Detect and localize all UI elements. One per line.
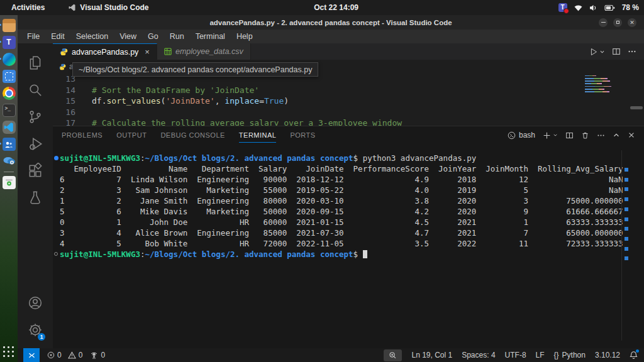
notifications-bell[interactable]: [630, 351, 638, 359]
panel-tab-output[interactable]: OUTPUT: [116, 128, 147, 143]
menu-edit[interactable]: Edit: [45, 32, 70, 41]
code-token: ,: [215, 96, 225, 106]
volume-icon[interactable]: [589, 4, 597, 11]
explorer-icon[interactable]: [21, 49, 49, 76]
testing-icon[interactable]: [21, 184, 49, 211]
vscode-dock-icon[interactable]: [3, 121, 16, 134]
panel-tab-problems[interactable]: PROBLEMS: [62, 128, 103, 143]
menu-file[interactable]: File: [21, 32, 45, 41]
new-terminal-button[interactable]: [543, 131, 558, 140]
people-dock-icon[interactable]: [3, 138, 16, 151]
minimap[interactable]: [585, 74, 623, 97]
terminal-dock-icon[interactable]: >_: [3, 104, 16, 117]
problems-indicator[interactable]: 0 0: [47, 351, 82, 359]
extensions-icon[interactable]: [21, 157, 49, 184]
language-name: Python: [562, 351, 586, 359]
more-actions-icon[interactable]: [597, 131, 605, 140]
chevron-down-icon[interactable]: [553, 133, 558, 138]
close-tab-icon[interactable]: ×: [145, 47, 150, 57]
warnings-count: 0: [79, 351, 83, 359]
terminal-content[interactable]: sujit@INL-5MLKWG3:~/Blogs/Oct blogs/2. a…: [60, 153, 619, 260]
interpreter-indicator[interactable]: 3.10.12: [595, 351, 620, 359]
terminal-scrollbar[interactable]: [621, 150, 622, 341]
split-editor-icon[interactable]: [612, 47, 621, 56]
screenshot-dock-icon[interactable]: [3, 70, 16, 83]
tab-employee-data-csv[interactable]: employee_data.csv: [157, 43, 251, 60]
chevron-down-icon[interactable]: [599, 49, 605, 55]
clock[interactable]: Oct 22 14:09: [314, 3, 358, 12]
minimize-button[interactable]: [599, 18, 608, 27]
edge-dock-icon[interactable]: [3, 53, 16, 66]
files-dock-icon[interactable]: [3, 19, 16, 32]
encoding-indicator[interactable]: UTF-8: [505, 351, 526, 359]
teams-tray-icon[interactable]: T: [558, 3, 567, 12]
code-token: sort_values: [106, 96, 160, 106]
panel-tab-debug-console[interactable]: DEBUG CONSOLE: [160, 128, 225, 143]
source-control-icon[interactable]: [21, 103, 49, 130]
ports-count: 0: [101, 351, 105, 359]
close-panel-icon[interactable]: [628, 131, 635, 139]
code-text: # Calculate the rolling average salary o…: [92, 118, 402, 126]
menu-go[interactable]: Go: [142, 32, 164, 41]
run-debug-icon[interactable]: [21, 130, 49, 157]
title-bar[interactable]: advancePandas.py - 2. advanced pandas co…: [18, 15, 644, 30]
terminal-instance[interactable]: bash: [508, 131, 535, 140]
code-text: # Sort the DataFrame by 'JoinDate': [92, 85, 259, 96]
close-button[interactable]: ✕: [628, 18, 636, 27]
terminal-table-row: 4 5 Bob White HR 72000 2022-11-05 3.5 20…: [60, 238, 619, 249]
remote-indicator[interactable]: [23, 348, 40, 362]
maximize-button[interactable]: [613, 18, 622, 27]
people-icon: [4, 141, 13, 148]
focused-app-indicator[interactable]: Visual Studio Code: [69, 3, 148, 12]
cursor-position[interactable]: Ln 19, Col 1: [411, 351, 452, 359]
command-decoration-icon[interactable]: [54, 252, 58, 256]
run-python-file-button[interactable]: [589, 47, 605, 57]
command-decoration-icon[interactable]: [54, 156, 58, 160]
editor-scrollbar[interactable]: [630, 106, 643, 109]
panel-tab-ports[interactable]: PORTS: [290, 128, 315, 143]
search-icon[interactable]: [21, 76, 49, 103]
vscode-logo-icon: [69, 4, 76, 11]
scrollbar-mark: [625, 237, 628, 241]
errors-icon: [47, 351, 55, 359]
scrollbar-mark: [625, 247, 628, 251]
maximize-panel-icon[interactable]: [613, 131, 620, 139]
chrome-dock-icon[interactable]: [3, 87, 16, 100]
more-actions-icon[interactable]: [628, 47, 636, 56]
panel-header: PROBLEMSOUTPUTDEBUG CONSOLETERMINALPORTS…: [53, 126, 644, 144]
vscode-window: advancePandas.py - 2. advanced pandas co…: [18, 15, 644, 362]
menu-help[interactable]: Help: [231, 32, 258, 41]
menu-terminal[interactable]: Terminal: [190, 32, 231, 41]
indentation-indicator[interactable]: Spaces: 4: [462, 351, 495, 359]
tab-advancepandas-py[interactable]: advancePandas.py ×: [53, 43, 157, 60]
zoom-indicator[interactable]: [384, 349, 402, 361]
show-applications-button[interactable]: [3, 346, 14, 358]
battery-icon[interactable]: [604, 4, 615, 11]
editor-pane[interactable]: ad ~/Blogs/Oct blogs/2. advanced pandas …: [53, 60, 644, 126]
activities-button[interactable]: Activities: [11, 3, 45, 12]
menu-selection[interactable]: Selection: [70, 32, 114, 41]
scrollbar-mark: [625, 178, 628, 182]
split-terminal-icon[interactable]: [565, 131, 574, 140]
code-token: =: [259, 96, 264, 106]
status-bar: 0 0 0 Ln 19, Col 1 Spaces: 4 UTF-8 LF {}…: [18, 348, 644, 362]
language-indicator[interactable]: {}Python: [554, 351, 586, 359]
software-updater-dock-icon[interactable]: [3, 155, 16, 168]
panel-tab-terminal[interactable]: TERMINAL: [239, 128, 277, 143]
ports-indicator[interactable]: 0: [90, 351, 105, 359]
settings-gear-icon[interactable]: 1: [21, 316, 49, 343]
terminal-command: python3 advancePandas.py: [358, 153, 476, 163]
menu-run[interactable]: Run: [164, 32, 190, 41]
wifi-icon[interactable]: [574, 4, 582, 11]
line-number: 17: [53, 118, 75, 126]
scrollbar-mark: [625, 168, 628, 172]
prompt-user: sujit@INL-5MLKWG3: [60, 250, 140, 259]
package-installer-dock-icon[interactable]: [3, 176, 16, 189]
menu-bar: FileEditSelectionViewGoRunTerminalHelp: [18, 30, 644, 43]
kill-terminal-icon[interactable]: [581, 131, 589, 140]
cloud-gear-icon: [3, 155, 16, 166]
accounts-icon[interactable]: [21, 289, 49, 316]
teams-dock-icon[interactable]: T: [3, 36, 16, 49]
menu-view[interactable]: View: [114, 32, 142, 41]
eol-indicator[interactable]: LF: [536, 351, 545, 359]
